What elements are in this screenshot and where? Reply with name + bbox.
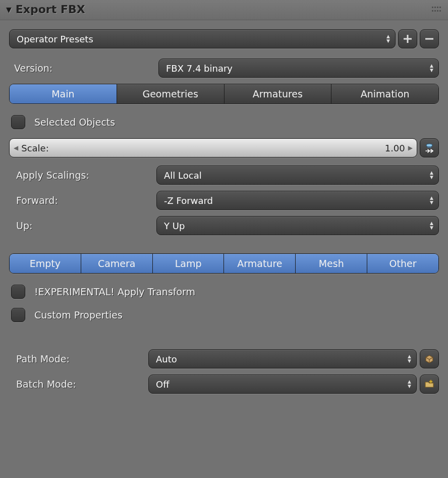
svg-rect-1 (404, 38, 412, 40)
preset-remove-button[interactable] (420, 29, 439, 48)
category-tabs: Main Geometries Armatures Animation (9, 84, 439, 104)
dropdown-caret-icon (408, 380, 411, 388)
dropdown-caret-icon (386, 35, 390, 43)
dropdown-caret-icon (430, 64, 433, 72)
version-dropdown[interactable]: FBX 7.4 binary (158, 59, 439, 78)
dropdown-caret-icon (430, 222, 433, 230)
decrement-arrow-icon[interactable]: ◀ (14, 144, 18, 151)
new-folder-icon (424, 379, 435, 390)
apply-transform-checkbox[interactable] (11, 285, 25, 299)
dropdown-caret-icon (430, 171, 433, 179)
panel-header[interactable]: ▼ Export FBX (0, 0, 448, 20)
dropdown-caret-icon (408, 355, 411, 363)
operator-presets-dropdown[interactable]: Operator Presets (9, 29, 396, 48)
panel-title: Export FBX (16, 3, 85, 16)
scale-field[interactable]: ◀ Scale: 1.00 ▶ (9, 138, 417, 157)
tab-armatures[interactable]: Armatures (225, 84, 332, 103)
plus-icon (403, 34, 413, 44)
path-mode-dropdown[interactable]: Auto (148, 349, 417, 368)
unit-scale-icon (424, 142, 435, 153)
version-label: Version: (9, 63, 154, 74)
svg-rect-4 (427, 146, 431, 148)
scale-value: 1.00 (385, 143, 405, 153)
up-dropdown[interactable]: Y Up (156, 216, 439, 235)
tab-geometries[interactable]: Geometries (117, 84, 225, 103)
tab-main[interactable]: Main (10, 84, 117, 103)
embed-textures-button[interactable] (420, 349, 439, 368)
batch-mode-label: Batch Mode: (9, 379, 145, 390)
type-armature[interactable]: Armature (224, 254, 296, 273)
custom-properties-checkbox[interactable] (11, 308, 25, 322)
forward-value: -Z Forward (164, 195, 213, 206)
type-empty[interactable]: Empty (10, 254, 81, 273)
up-value: Y Up (164, 221, 185, 231)
forward-label: Forward: (9, 195, 156, 206)
type-mesh[interactable]: Mesh (296, 254, 367, 273)
type-other[interactable]: Other (367, 254, 438, 273)
drag-grip-icon[interactable] (432, 7, 442, 13)
package-icon (424, 353, 435, 364)
apply-scalings-label: Apply Scalings: (9, 170, 156, 181)
up-label: Up: (9, 220, 156, 231)
dropdown-caret-icon (430, 196, 433, 204)
object-types-toggle: Empty Camera Lamp Armature Mesh Other (9, 253, 439, 274)
export-fbx-panel: ▼ Export FBX Operator Presets (0, 0, 448, 478)
minus-icon (424, 34, 434, 44)
path-mode-value: Auto (156, 354, 177, 364)
apply-scalings-value: All Local (164, 170, 202, 181)
type-camera[interactable]: Camera (81, 254, 153, 273)
batch-own-dir-button[interactable] (420, 375, 439, 394)
forward-dropdown[interactable]: -Z Forward (156, 191, 439, 210)
version-value: FBX 7.4 binary (166, 63, 233, 74)
type-lamp[interactable]: Lamp (153, 254, 225, 273)
tab-animation[interactable]: Animation (331, 84, 438, 103)
svg-rect-2 (425, 38, 433, 40)
panel-content: Operator Presets Version: FBX 7.4 binary (0, 20, 448, 394)
batch-mode-dropdown[interactable]: Off (148, 375, 417, 394)
svg-rect-6 (429, 381, 432, 382)
preset-add-button[interactable] (398, 29, 417, 48)
apply-unit-button[interactable] (420, 138, 439, 157)
collapse-triangle-icon[interactable]: ▼ (6, 6, 12, 14)
batch-mode-value: Off (156, 379, 170, 390)
custom-properties-label: Custom Properties (34, 309, 123, 321)
path-mode-label: Path Mode: (9, 353, 145, 364)
apply-transform-label: !EXPERIMENTAL! Apply Transform (34, 286, 195, 297)
apply-scalings-dropdown[interactable]: All Local (156, 166, 439, 185)
scale-label: Scale: (21, 143, 49, 153)
selected-objects-label: Selected Objects (34, 117, 115, 128)
increment-arrow-icon[interactable]: ▶ (408, 144, 413, 151)
operator-presets-label: Operator Presets (17, 34, 93, 44)
selected-objects-checkbox[interactable] (11, 115, 25, 129)
